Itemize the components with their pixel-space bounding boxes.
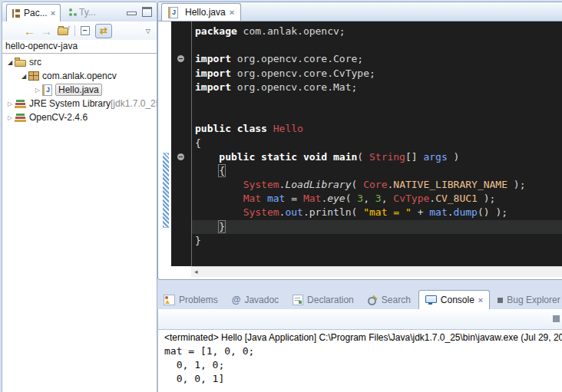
code-editor[interactable]: package com.anlak.opencv;import org.open… <box>191 21 562 269</box>
tab-search[interactable]: Search <box>362 291 417 309</box>
minimize-icon[interactable] <box>127 12 137 15</box>
console-toolbar-icon-fragment[interactable] <box>553 315 560 322</box>
code-token: ( <box>352 206 364 218</box>
code-token: ( <box>357 151 369 163</box>
tree-item-project-root[interactable]: hello-opencv-java <box>2 40 157 54</box>
tree-item-label: src <box>29 57 41 68</box>
tree-item-hello-java[interactable]: ▷Hello.java <box>2 83 157 97</box>
code-token: ) <box>448 151 460 163</box>
tab-label: Problems <box>179 295 218 305</box>
close-icon[interactable]: × <box>230 8 234 17</box>
expand-arrow-icon[interactable]: ▷ <box>5 100 15 107</box>
code-line-12[interactable]: System.LoadLibrary( Core.NATIVE_LIBRARY_… <box>195 178 562 192</box>
fold-minus-icon[interactable] <box>177 55 184 62</box>
collapse-arrow-icon[interactable]: ◢ <box>5 59 15 66</box>
code-line-3[interactable]: import org.opencv.core.Core; <box>195 52 562 66</box>
code-line-6[interactable] <box>195 94 562 108</box>
code-token: ( <box>345 193 358 204</box>
code-token <box>195 165 219 176</box>
collapse-all-icon[interactable] <box>81 26 90 35</box>
code-token: import <box>195 81 231 93</box>
tab-label: Console <box>441 295 474 305</box>
expand-arrow-icon[interactable]: ▷ <box>33 87 42 94</box>
tab-declaration[interactable]: Declaration <box>286 291 360 309</box>
code-token: 3 <box>357 193 363 204</box>
code-token: NATIVE_LIBRARY_NAME <box>393 179 507 190</box>
link-with-editor-icon[interactable]: ⇄ <box>95 24 112 38</box>
tree-item-suffix: [jdk1.7.0_25] <box>111 98 157 109</box>
code-line-7[interactable] <box>195 108 562 122</box>
code-token: dump <box>454 206 478 218</box>
back-icon[interactable]: ← <box>24 25 35 37</box>
up-folder-icon[interactable]: ↑ <box>58 26 69 35</box>
package-icon <box>28 71 39 81</box>
close-icon[interactable]: × <box>478 296 483 305</box>
code-token: 3 <box>375 193 382 204</box>
code-token: args <box>423 151 447 163</box>
tab-hello-java[interactable]: Hello.java × <box>161 3 241 21</box>
library-icon <box>15 113 26 123</box>
bug-icon <box>498 298 503 303</box>
code-line-9[interactable]: { <box>195 137 562 150</box>
code-token: Mat <box>303 193 321 204</box>
code-line-1[interactable]: package com.anlak.opencv; <box>195 25 562 38</box>
code-token: System <box>243 206 279 218</box>
code-token: Mat <box>243 193 261 204</box>
view-menu-icon[interactable]: ▽ <box>146 28 150 35</box>
forward-icon[interactable]: → <box>41 25 52 37</box>
tree-item-com-anlak-opencv[interactable]: ◢com.anlak.opencv <box>2 69 157 83</box>
tab-label: Javadoc <box>244 295 279 305</box>
code-line-4[interactable]: import org.opencv.core.CvType; <box>195 67 562 81</box>
expand-arrow-icon[interactable]: ▷ <box>5 114 15 121</box>
code-line-15[interactable]: } <box>192 220 562 234</box>
collapse-arrow-icon[interactable]: ◢ <box>19 73 28 80</box>
code-token: } <box>218 220 226 233</box>
tab-problems[interactable]: Problems <box>157 291 224 309</box>
maximize-icon[interactable] <box>142 7 152 17</box>
code-token: . <box>303 206 309 218</box>
code-line-5[interactable]: import org.opencv.core.Mat; <box>195 81 562 94</box>
code-token: ( <box>352 179 364 190</box>
horizontal-scrollbar[interactable]: ◂ <box>191 266 562 277</box>
close-icon[interactable]: × <box>51 9 55 18</box>
code-token <box>195 151 219 163</box>
code-line-11[interactable]: { <box>195 164 562 178</box>
tab-label: Search <box>382 295 411 305</box>
code-token: LoadLibrary <box>285 179 351 190</box>
tree-item-jre-system-library[interactable]: ▷JRE System Library [jdk1.7.0_25] <box>2 97 157 110</box>
code-token: () ); <box>478 206 507 218</box>
fold-minus-icon[interactable] <box>177 153 184 160</box>
javadoc-icon: @ <box>232 295 241 305</box>
console-output-line: 0, 1, 0; <box>164 358 562 372</box>
code-token: { <box>195 137 201 149</box>
tab-package-explorer[interactable]: Pac... × <box>6 4 61 21</box>
tab-console[interactable]: Console× <box>418 290 490 309</box>
code-line-10[interactable]: public static void main( String[] args ) <box>195 150 562 164</box>
console-output: mat = [1, 0, 0; 0, 1, 0; 0, 0, 1] <box>158 344 562 386</box>
code-token: Core <box>363 179 387 190</box>
code-line-2[interactable] <box>195 38 562 52</box>
tree-item-label: Hello.java <box>55 84 102 96</box>
tree-item-label: com.anlak.opencv <box>42 71 117 81</box>
code-line-8[interactable]: public class Hello <box>195 122 562 136</box>
code-line-16[interactable]: } <box>195 234 562 248</box>
code-token: eye <box>327 193 345 204</box>
declaration-icon <box>293 295 303 305</box>
tab-bug-explorer[interactable]: Bug Explorer <box>491 291 562 309</box>
tree-item-opencv-2-4-6[interactable]: ▷OpenCV-2.4.6 <box>2 110 157 124</box>
tab-javadoc[interactable]: @Javadoc <box>226 291 285 309</box>
code-token: , <box>382 193 394 204</box>
console-toolbar <box>157 309 562 330</box>
code-token: public static void main <box>219 151 357 163</box>
code-line-13[interactable]: Mat mat = Mat.eye( 3, 3, CvType.CV_8UC1 … <box>195 192 562 206</box>
code-token: . <box>448 206 454 218</box>
tab-type-hierarchy[interactable]: Ty... <box>64 4 101 21</box>
toolbar-separator <box>74 25 75 36</box>
tree-item-src[interactable]: ◢src <box>2 55 157 69</box>
code-line-14[interactable]: System.out.println( "mat = " + mat.dump(… <box>195 206 562 219</box>
tab-label: Pac... <box>24 8 48 18</box>
code-token: } <box>195 235 201 246</box>
scroll-left-icon[interactable]: ◂ <box>194 268 198 275</box>
code-token: "mat = " <box>363 206 412 218</box>
code-token: com.anlak.opencv; <box>237 25 345 37</box>
